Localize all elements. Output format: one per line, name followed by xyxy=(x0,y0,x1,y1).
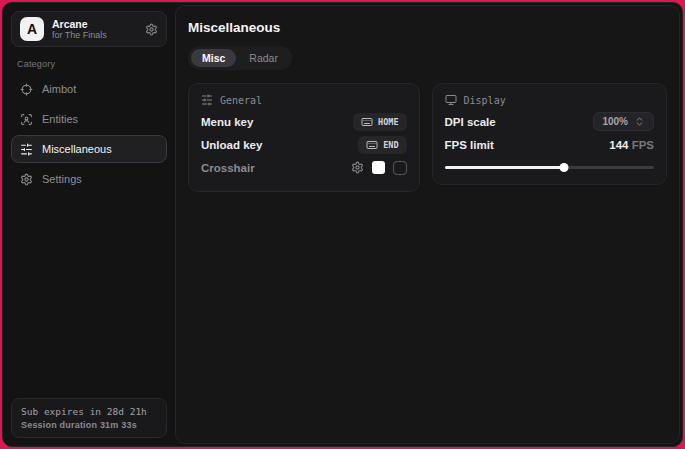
crosshair-row: Crosshair xyxy=(201,156,407,179)
fps-limit-label: FPS limit xyxy=(445,139,494,151)
page-title: Miscellaneous xyxy=(188,20,667,35)
sliders-icon xyxy=(20,143,33,156)
gear-icon[interactable] xyxy=(145,23,158,36)
sliders-icon xyxy=(201,94,213,106)
card-title: General xyxy=(220,95,262,106)
dpi-scale-value: 100% xyxy=(602,116,628,127)
brand-text: Arcane for The Finals xyxy=(52,18,137,40)
sidebar-nav: Aimbot Entities Miscellaneous xyxy=(11,75,167,193)
menu-key-button[interactable]: HOME xyxy=(353,113,406,131)
page-backdrop: A Arcane for The Finals Category Aimbot xyxy=(0,0,685,449)
tab-misc[interactable]: Misc xyxy=(191,49,236,67)
fps-limit-slider[interactable] xyxy=(445,162,654,172)
subscription-card: Sub expires in 28d 21h Session duration … xyxy=(11,398,167,438)
sub-expiry-text: Sub expires in 28d 21h xyxy=(21,406,157,417)
brand-card: A Arcane for The Finals xyxy=(11,11,167,47)
sidebar-item-label: Aimbot xyxy=(42,83,76,95)
card-title: Display xyxy=(464,95,506,106)
session-duration-text: Session duration 31m 33s xyxy=(21,420,157,430)
tab-group: Misc Radar xyxy=(188,46,292,70)
app-window: A Arcane for The Finals Category Aimbot xyxy=(2,2,683,447)
general-card: General Menu key HOME Unload key xyxy=(188,83,420,192)
crosshair-controls xyxy=(351,161,407,175)
app-logo: A xyxy=(20,17,44,41)
keybind-value: END xyxy=(383,140,398,150)
dpi-scale-row: DPI scale 100% xyxy=(445,110,654,133)
gear-icon xyxy=(20,173,33,186)
fps-limit-row: FPS limit 144 FPS xyxy=(445,133,654,156)
fps-limit-value: 144 FPS xyxy=(609,139,654,151)
scan-person-icon xyxy=(20,113,33,126)
category-label: Category xyxy=(17,59,161,69)
unload-key-label: Unload key xyxy=(201,139,262,151)
sidebar: A Arcane for The Finals Category Aimbot xyxy=(3,3,175,446)
display-card-header: Display xyxy=(445,94,654,106)
crosshair-label: Crosshair xyxy=(201,162,255,174)
keyboard-icon xyxy=(361,116,373,128)
monitor-icon xyxy=(445,94,457,106)
display-card: Display DPI scale 100% FPS limit xyxy=(432,83,667,185)
menu-key-label: Menu key xyxy=(201,116,253,128)
crosshair-checkbox[interactable] xyxy=(393,161,407,175)
crosshair-color-swatch[interactable] xyxy=(372,161,385,174)
keybind-value: HOME xyxy=(378,117,398,127)
crosshair-icon xyxy=(20,83,33,96)
dpi-scale-select[interactable]: 100% xyxy=(593,112,654,131)
tab-radar[interactable]: Radar xyxy=(238,49,289,67)
sidebar-item-label: Entities xyxy=(42,113,78,125)
keyboard-icon xyxy=(366,139,378,151)
sidebar-item-miscellaneous[interactable]: Miscellaneous xyxy=(11,135,167,163)
cards-row: General Menu key HOME Unload key xyxy=(188,83,667,192)
brand-title: Arcane xyxy=(52,18,137,30)
sidebar-item-label: Settings xyxy=(42,173,82,185)
slider-thumb[interactable] xyxy=(559,163,568,172)
sidebar-item-label: Miscellaneous xyxy=(42,143,112,155)
unload-key-button[interactable]: END xyxy=(358,136,406,154)
main-panel: Miscellaneous Misc Radar General Menu ke… xyxy=(175,5,680,444)
dpi-scale-label: DPI scale xyxy=(445,116,496,128)
unload-key-row: Unload key END xyxy=(201,133,407,156)
general-card-header: General xyxy=(201,94,407,106)
sidebar-item-aimbot[interactable]: Aimbot xyxy=(11,75,167,103)
menu-key-row: Menu key HOME xyxy=(201,110,407,133)
fps-unit: FPS xyxy=(632,139,654,151)
sidebar-item-settings[interactable]: Settings xyxy=(11,165,167,193)
slider-fill xyxy=(445,166,564,169)
chevrons-up-down-icon xyxy=(634,116,645,127)
sidebar-item-entities[interactable]: Entities xyxy=(11,105,167,133)
fps-number: 144 xyxy=(609,139,628,151)
crosshair-settings-gear-icon[interactable] xyxy=(351,161,364,174)
brand-subtitle: for The Finals xyxy=(52,30,137,40)
